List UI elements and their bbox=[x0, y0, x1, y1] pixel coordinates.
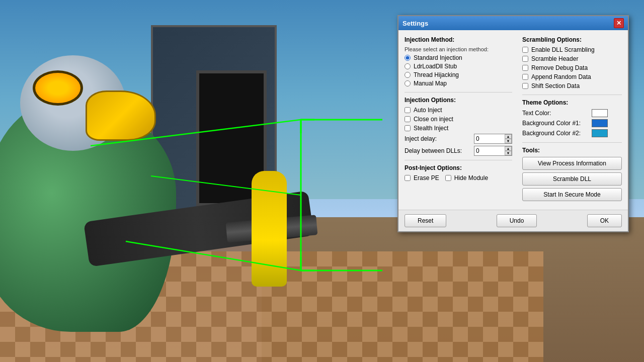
divider-3 bbox=[522, 95, 622, 95]
enable-dll-scrambling-checkbox[interactable] bbox=[522, 47, 528, 53]
auto-inject-checkbox[interactable] bbox=[405, 107, 411, 113]
theme-section: Theme Options: Text Color: Background Co… bbox=[522, 99, 622, 137]
left-column: Injection Method: Please select an injec… bbox=[405, 36, 512, 204]
injection-method-title: Injection Method: bbox=[405, 36, 512, 43]
shift-section-checkbox[interactable] bbox=[522, 83, 528, 89]
dialog-titlebar: Settings ✕ bbox=[398, 16, 628, 30]
inject-delay-up[interactable]: ▲ bbox=[505, 134, 512, 139]
shift-section-label: Shift Section Data bbox=[531, 82, 580, 89]
close-on-inject-checkbox[interactable] bbox=[405, 116, 411, 122]
append-random-item[interactable]: Append Random Data bbox=[522, 73, 622, 80]
ok-button[interactable]: OK bbox=[587, 214, 622, 227]
erase-pe-label: Erase PE bbox=[414, 174, 439, 182]
erase-pe-item[interactable]: Erase PE bbox=[405, 174, 439, 182]
radio-item-standard[interactable]: Standard Injection bbox=[405, 54, 512, 61]
radio-item-manual[interactable]: Manual Map bbox=[405, 80, 512, 87]
view-process-info-button[interactable]: View Process Information bbox=[522, 157, 622, 170]
scrambling-title: Scrambling Options: bbox=[522, 36, 622, 43]
radio-label-thread: Thread Hijacking bbox=[414, 71, 459, 78]
close-on-inject-item[interactable]: Close on inject bbox=[405, 116, 512, 123]
append-random-checkbox[interactable] bbox=[522, 74, 528, 80]
enable-dll-scrambling-item[interactable]: Enable DLL Scrambling bbox=[522, 46, 622, 53]
radio-label-standard: Standard Injection bbox=[414, 54, 462, 61]
yellow-figure bbox=[252, 171, 287, 287]
robot-character bbox=[0, 40, 201, 332]
text-color-row: Text Color: bbox=[522, 109, 622, 117]
close-button[interactable]: ✕ bbox=[614, 18, 624, 28]
bg-color1-row: Background Color #1: bbox=[522, 119, 622, 127]
post-inject-title: Post-Inject Options: bbox=[405, 164, 512, 171]
undo-button[interactable]: Undo bbox=[497, 214, 537, 227]
radio-manual-map[interactable] bbox=[405, 80, 411, 86]
dialog-content: Injection Method: Please select an injec… bbox=[398, 30, 628, 210]
delay-between-dlls-field: Delay between DLLs: ▲ ▼ bbox=[405, 146, 512, 156]
radio-item-thread[interactable]: Thread Hijacking bbox=[405, 71, 512, 78]
injection-method-group: Standard Injection LdrLoadDll Stub Threa… bbox=[405, 54, 512, 87]
inject-delay-input-container[interactable]: ▲ ▼ bbox=[474, 134, 512, 144]
divider-1 bbox=[405, 92, 512, 93]
hide-module-checkbox[interactable] bbox=[445, 175, 451, 181]
hide-module-label: Hide Module bbox=[454, 174, 488, 182]
dialog-footer: Reset Undo OK bbox=[398, 210, 628, 231]
bg-color2-swatch[interactable] bbox=[592, 129, 608, 137]
shift-section-item[interactable]: Shift Section Data bbox=[522, 82, 622, 89]
scramble-dll-button[interactable]: Scramble DLL bbox=[522, 172, 622, 186]
stealth-inject-label: Stealth Inject bbox=[414, 125, 448, 132]
delay-between-dlls-spinners: ▲ ▼ bbox=[505, 146, 512, 155]
radio-label-manual: Manual Map bbox=[414, 80, 447, 87]
divider-4 bbox=[522, 142, 622, 143]
remove-debug-checkbox[interactable] bbox=[522, 65, 528, 71]
hide-module-item[interactable]: Hide Module bbox=[445, 174, 488, 182]
settings-dialog: Settings ✕ Injection Method: Please sele… bbox=[397, 15, 629, 232]
post-inject-row: Erase PE Hide Module bbox=[405, 174, 512, 184]
stealth-inject-checkbox[interactable] bbox=[405, 125, 411, 131]
theme-title: Theme Options: bbox=[522, 99, 622, 106]
remove-debug-label: Remove Debug Data bbox=[531, 64, 588, 71]
enable-dll-scrambling-label: Enable DLL Scrambling bbox=[531, 46, 595, 53]
delay-dlls-up[interactable]: ▲ bbox=[505, 146, 512, 151]
injection-method-subtitle: Please select an injection method: bbox=[405, 46, 512, 52]
erase-pe-checkbox[interactable] bbox=[405, 175, 411, 181]
radio-item-ldr[interactable]: LdrLoadDll Stub bbox=[405, 63, 512, 70]
remove-debug-item[interactable]: Remove Debug Data bbox=[522, 64, 622, 71]
radio-thread-hijacking[interactable] bbox=[405, 72, 411, 78]
delay-between-dlls-input-container[interactable]: ▲ ▼ bbox=[474, 146, 512, 156]
tools-section: Tools: View Process Information Scramble… bbox=[522, 147, 622, 201]
divider-2 bbox=[405, 160, 512, 160]
inject-delay-spinners: ▲ ▼ bbox=[505, 134, 512, 143]
injection-options-title: Injection Options: bbox=[405, 97, 512, 104]
close-on-inject-label: Close on inject bbox=[414, 116, 453, 123]
append-random-label: Append Random Data bbox=[531, 73, 591, 80]
delay-between-dlls-input[interactable] bbox=[474, 146, 505, 155]
tools-title: Tools: bbox=[522, 147, 622, 154]
text-color-label: Text Color: bbox=[522, 110, 588, 117]
bg-color1-swatch[interactable] bbox=[592, 119, 608, 127]
scramble-header-checkbox[interactable] bbox=[522, 56, 528, 62]
scramble-header-item[interactable]: Scramble Header bbox=[522, 55, 622, 62]
right-column: Scrambling Options: Enable DLL Scramblin… bbox=[522, 36, 622, 204]
radio-label-ldr: LdrLoadDll Stub bbox=[414, 63, 457, 70]
bg-color1-label: Background Color #1: bbox=[522, 120, 588, 127]
text-color-swatch[interactable] bbox=[592, 109, 608, 117]
stealth-inject-item[interactable]: Stealth Inject bbox=[405, 125, 512, 132]
inject-delay-label: Inject delay: bbox=[405, 135, 470, 142]
radio-ldr[interactable] bbox=[405, 63, 411, 69]
reset-button[interactable]: Reset bbox=[405, 214, 446, 227]
inject-delay-input[interactable] bbox=[474, 134, 505, 143]
delay-between-dlls-label: Delay between DLLs: bbox=[405, 147, 470, 154]
auto-inject-label: Auto Inject bbox=[414, 107, 442, 114]
bg-color2-row: Background Color #2: bbox=[522, 129, 622, 137]
start-secure-mode-button[interactable]: Start In Secure Mode bbox=[522, 188, 622, 201]
radio-standard-injection[interactable] bbox=[405, 55, 411, 61]
inject-delay-field: Inject delay: ▲ ▼ bbox=[405, 134, 512, 144]
inject-delay-down[interactable]: ▼ bbox=[505, 139, 512, 143]
bg-color2-label: Background Color #2: bbox=[522, 130, 588, 137]
auto-inject-item[interactable]: Auto Inject bbox=[405, 107, 512, 114]
dialog-columns: Injection Method: Please select an injec… bbox=[405, 36, 622, 204]
scramble-header-label: Scramble Header bbox=[531, 55, 578, 62]
dialog-title: Settings bbox=[403, 20, 428, 27]
scrambling-section: Scrambling Options: Enable DLL Scramblin… bbox=[522, 36, 622, 89]
delay-dlls-down[interactable]: ▼ bbox=[505, 151, 512, 155]
